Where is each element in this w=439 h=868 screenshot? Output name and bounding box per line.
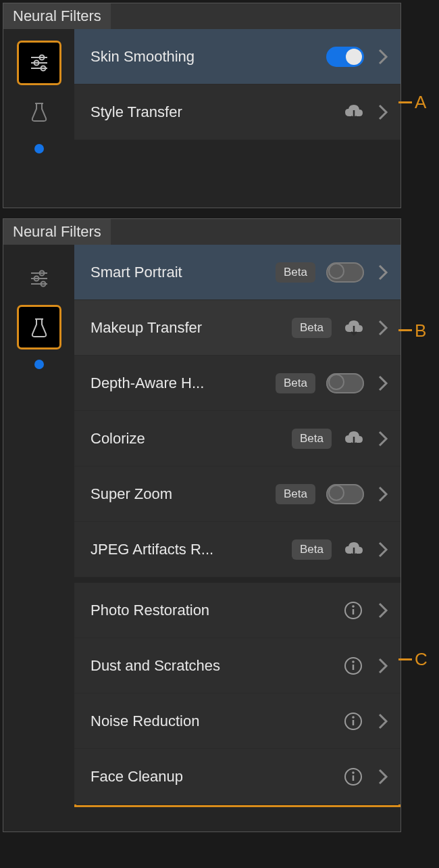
annotation-line [398,658,412,660]
sliders-icon [28,52,50,74]
chevron-right-icon [375,767,388,786]
filter-row-photo-restoration[interactable]: Photo Restoration [74,583,401,638]
toggle-switch[interactable] [326,262,364,283]
filter-label: Photo Restoration [91,602,342,619]
chevron-right-icon [375,263,388,282]
filter-label: Colorize [91,430,292,448]
sidebar-tab-beta[interactable] [19,91,59,132]
annotation-line [398,329,412,331]
beta-badge: Beta [276,262,315,283]
neural-filters-panel-featured: Neural Filters Skin Smoothing Style Tran… [3,3,401,208]
chevron-right-icon [375,485,388,504]
filter-row-makeup-transfer[interactable]: Makeup Transfer Beta [74,300,401,356]
filter-label: Makeup Transfer [91,319,292,337]
info-icon[interactable] [342,766,364,788]
cloud-download-icon[interactable] [342,428,364,450]
panel-sidebar [3,245,74,831]
filter-label: Super Zoom [91,485,276,503]
toggle-switch[interactable] [326,484,364,504]
filter-row-smart-portrait[interactable]: Smart Portrait Beta [74,245,401,300]
annotation-a: A [415,92,426,113]
info-icon[interactable] [342,655,364,677]
annotation-b: B [415,320,426,341]
filter-list-featured: Skin Smoothing Style Transfer [74,29,401,208]
beta-badge: Beta [276,373,315,393]
annotation-c: C [415,649,428,670]
info-icon[interactable] [342,600,364,621]
cloud-download-icon[interactable] [342,317,364,339]
filter-row-dust-scratches[interactable]: Dust and Scratches [74,638,401,694]
flask-icon [28,316,50,338]
chevron-right-icon [375,429,388,448]
sidebar-tab-featured[interactable] [19,258,59,299]
beta-badge: Beta [292,318,332,338]
sidebar-tab-beta[interactable] [19,307,59,347]
cloud-download-icon[interactable] [342,101,364,123]
filter-label: JPEG Artifacts R... [91,541,292,558]
filter-label: Depth-Aware H... [91,375,276,392]
panel-title: Neural Filters [3,3,111,29]
panel-titlebar: Neural Filters [3,219,401,245]
chevron-right-icon [375,540,388,559]
filter-list-beta: Smart Portrait Beta Makeup Transfer Beta… [74,245,401,831]
filter-row-jpeg-artifacts[interactable]: JPEG Artifacts R... Beta [74,522,401,577]
beta-badge: Beta [276,484,315,504]
info-icon[interactable] [342,710,364,732]
chevron-right-icon [375,47,388,66]
chevron-right-icon [375,318,388,337]
filter-row-skin-smoothing[interactable]: Skin Smoothing [74,29,401,85]
panel-title: Neural Filters [3,219,111,245]
filter-label: Smart Portrait [91,264,276,281]
filter-row-colorize[interactable]: Colorize Beta [74,411,401,466]
toggle-switch[interactable] [326,47,364,67]
filter-label: Skin Smoothing [91,48,326,66]
sidebar-tab-featured[interactable] [19,43,59,83]
beta-badge: Beta [292,429,332,449]
chevron-right-icon [375,712,388,731]
cloud-download-icon[interactable] [342,539,364,560]
chevron-right-icon [375,374,388,393]
filter-row-face-cleanup[interactable]: Face Cleanup [74,749,401,804]
notification-dot [34,144,44,153]
filter-label: Face Cleanup [91,768,342,786]
chevron-right-icon [375,656,388,675]
filter-row-style-transfer[interactable]: Style Transfer [74,85,401,140]
flask-icon [28,101,50,122]
filter-label: Noise Reduction [91,713,342,730]
filter-row-noise-reduction[interactable]: Noise Reduction [74,694,401,749]
filter-row-depth-aware-haze[interactable]: Depth-Aware H... Beta [74,356,401,411]
neural-filters-panel-beta: Neural Filters Smart Portrait Beta [3,218,401,832]
filter-label: Dust and Scratches [91,657,342,675]
beta-badge: Beta [292,539,332,560]
filter-label: Style Transfer [91,103,342,121]
sliders-icon [28,268,50,289]
chevron-right-icon [375,103,388,122]
filter-row-super-zoom[interactable]: Super Zoom Beta [74,466,401,522]
panel-sidebar [3,29,74,208]
chevron-right-icon [375,601,388,620]
toggle-switch[interactable] [326,373,364,393]
panel-titlebar: Neural Filters [3,3,401,29]
notification-dot [34,360,44,369]
annotation-line [398,101,412,103]
